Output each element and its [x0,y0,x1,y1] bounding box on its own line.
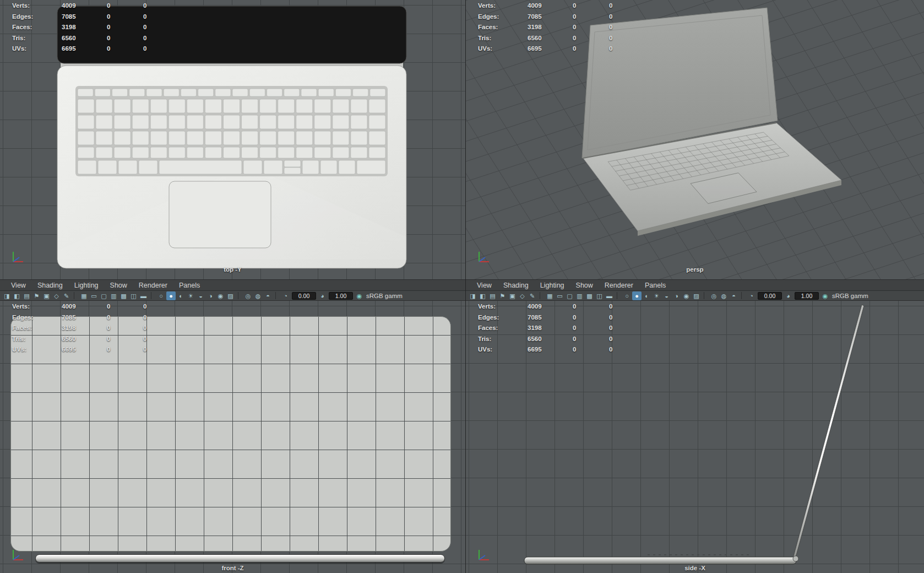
menu-renderer[interactable]: Renderer [133,282,173,289]
ambient-occlusion-icon[interactable]: ◑ [672,291,681,300]
film-gate-icon[interactable]: ▭ [555,291,564,300]
safe-action-icon[interactable]: ◫ [129,291,138,300]
laptop-model-persp[interactable] [582,8,841,236]
resolution-gate-icon[interactable]: ▢ [565,291,574,300]
select-camera-icon[interactable]: ◨ [2,291,12,300]
bookmarks-icon[interactable]: ⚑ [498,291,507,300]
menu-lighting[interactable]: Lighting [69,282,104,289]
exposure-icon[interactable]: ◔ [281,291,290,300]
field-chart-icon[interactable]: ▩ [119,291,128,300]
laptop-trackpad [169,181,271,248]
menu-panels[interactable]: Panels [639,282,671,289]
toolbar-separator [238,292,241,299]
lock-camera-icon[interactable]: ◧ [12,291,21,300]
xray-icon[interactable]: ◍ [719,291,729,300]
viewport-persp-view[interactable]: Verts: 4009 0 0 Edges: 7085 0 0 Faces: 3… [466,0,924,279]
wireframe-icon[interactable]: ○ [622,291,632,300]
select-camera-icon[interactable]: ◨ [468,291,477,300]
film-gate-icon[interactable]: ▭ [89,291,99,300]
panel-front-view: ViewShadingLightingShowRendererPanels ◨◧… [0,279,465,573]
gamma-field[interactable]: 1.00 [329,292,353,300]
shadows-icon[interactable]: ◒ [196,291,205,300]
panel-menu-bar: ViewShadingLightingShowRendererPanels [0,279,465,290]
axis-gizmo [474,542,496,564]
menu-panels[interactable]: Panels [173,282,205,289]
viewport-label: front -Z [0,565,465,571]
gamma-field[interactable]: 1.00 [795,292,819,300]
viewport-front-view[interactable]: Verts: 4009 0 0 Edges: 7085 0 0 Faces: 3… [0,301,465,573]
xray-joints-icon[interactable]: ◓ [729,291,738,300]
exposure-field[interactable]: 0.00 [292,292,316,300]
shaded-icon[interactable]: ● [166,291,176,300]
safe-title-icon[interactable]: ▬ [139,291,148,300]
view-transform-label[interactable]: sRGB gamm [366,293,403,299]
menu-view[interactable]: View [6,282,31,289]
anti-aliasing-icon[interactable]: ▨ [692,291,701,300]
safe-title-icon[interactable]: ▬ [605,291,614,300]
menu-renderer[interactable]: Renderer [599,282,639,289]
menu-show[interactable]: Show [570,282,599,289]
gate-mask-icon[interactable]: ▥ [109,291,118,300]
panel-side-view: ViewShadingLightingShowRendererPanels ◨◧… [466,279,924,573]
laptop-model-side-view[interactable] [524,305,864,564]
image-plane-icon[interactable]: ▣ [508,291,517,300]
grease-pencil-icon[interactable]: ✎ [528,291,537,300]
isolate-select-icon[interactable]: ◎ [243,291,253,300]
view-transform-label[interactable]: sRGB gamm [832,293,868,299]
textured-icon[interactable]: ◐ [642,291,651,300]
laptop-base-front-view[interactable] [35,554,445,563]
image-plane-icon[interactable]: ▣ [42,291,51,300]
wireframe-icon[interactable]: ○ [156,291,166,300]
pan-zoom-icon[interactable]: ◇ [518,291,527,300]
axis-gizmo [474,244,496,266]
camera-attributes-icon[interactable]: ▤ [22,291,31,300]
motion-blur-icon[interactable]: ◉ [216,291,225,300]
grid-icon[interactable]: ▦ [545,291,555,300]
resolution-gate-icon[interactable]: ▢ [99,291,108,300]
axis-gizmo [8,542,30,564]
shaded-icon[interactable]: ● [632,291,642,300]
menu-shading[interactable]: Shading [498,282,534,289]
view-transform-icon[interactable]: ◉ [355,291,364,300]
exposure-icon[interactable]: ◔ [747,291,756,300]
use-all-lights-icon[interactable]: ☀ [652,291,661,300]
isolate-select-icon[interactable]: ◎ [709,291,719,300]
laptop-hinge [793,556,798,561]
textured-icon[interactable]: ◐ [176,291,186,300]
gamma-icon[interactable]: ◕ [784,291,793,300]
viewport-side-view[interactable]: Verts: 4009 0 0 Edges: 7085 0 0 Faces: 3… [466,301,924,573]
xray-joints-icon[interactable]: ◓ [263,291,273,300]
menu-view[interactable]: View [471,282,497,289]
exposure-field[interactable]: 0.00 [758,292,782,300]
lock-camera-icon[interactable]: ◧ [478,291,487,300]
grid-icon[interactable]: ▦ [79,291,89,300]
viewport-top-view[interactable]: Verts: 4009 0 0 Edges: 7085 0 0 Faces: 3… [0,0,465,279]
shadows-icon[interactable]: ◒ [662,291,671,300]
field-chart-icon[interactable]: ▩ [585,291,594,300]
persp-view-scene [466,0,924,279]
bookmarks-icon[interactable]: ⚑ [32,291,41,300]
ambient-occlusion-icon[interactable]: ◑ [206,291,215,300]
pan-zoom-icon[interactable]: ◇ [52,291,61,300]
menu-lighting[interactable]: Lighting [535,282,570,289]
gate-mask-icon[interactable]: ▥ [575,291,584,300]
motion-blur-icon[interactable]: ◉ [682,291,691,300]
menu-show[interactable]: Show [105,282,133,289]
xray-icon[interactable]: ◍ [253,291,263,300]
laptop-model-front-view[interactable] [10,316,451,552]
safe-action-icon[interactable]: ◫ [595,291,604,300]
use-all-lights-icon[interactable]: ☀ [186,291,195,300]
camera-attributes-icon[interactable]: ▤ [488,291,497,300]
view-transform-icon[interactable]: ◉ [820,291,830,300]
grease-pencil-icon[interactable]: ✎ [62,291,71,300]
anti-aliasing-icon[interactable]: ▨ [226,291,235,300]
gamma-icon[interactable]: ◕ [318,291,327,300]
toolbar-separator [275,292,278,299]
menu-shading[interactable]: Shading [32,282,68,289]
toolbar-separator [741,292,744,299]
toolbar-separator [540,292,542,299]
toolbar-separator [74,292,77,299]
toolbar-separator [617,292,619,299]
toolbar-separator [704,292,706,299]
toolbar-separator [151,292,154,299]
